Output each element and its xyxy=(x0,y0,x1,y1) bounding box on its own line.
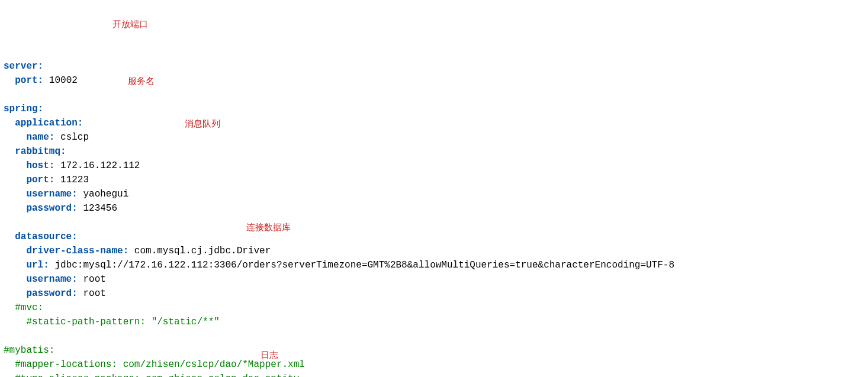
key-ds-pass: password: xyxy=(26,288,77,299)
key-app-name: name: xyxy=(26,132,54,143)
val-driver: com.mysql.cj.jdbc.Driver xyxy=(134,246,271,256)
val-rabbit-host: 172.16.122.112 xyxy=(60,160,140,171)
key-server-port: port: xyxy=(15,75,43,86)
val-server-port: 10002 xyxy=(49,75,78,86)
key-url: url: xyxy=(26,260,49,270)
annotation-connect-db: 连接数据库 xyxy=(246,220,291,234)
key-rabbit-user: username: xyxy=(26,189,77,199)
val-rabbit-port: 11223 xyxy=(60,175,89,185)
yaml-config-code: server: port: 10002 spring: application:… xyxy=(4,59,864,377)
comment-mvc: #mvc: xyxy=(15,302,43,313)
val-url: jdbc:mysql://172.16.122.112:3306/orders?… xyxy=(54,260,674,270)
key-rabbit-pass: password: xyxy=(26,203,77,214)
annotation-message-queue: 消息队列 xyxy=(185,117,220,131)
key-rabbit-host: host: xyxy=(26,160,54,171)
key-datasource: datasource: xyxy=(15,231,78,242)
annotation-log: 日志 xyxy=(261,348,278,362)
key-rabbitmq: rabbitmq: xyxy=(15,146,66,157)
comment-static-path: #static-path-pattern: "/static/**" xyxy=(26,317,219,327)
comment-type-aliases: #type-aliases-package: com.zhisen.cslcp.… xyxy=(15,373,299,377)
annotation-open-port: 开放端口 xyxy=(112,17,148,31)
key-ds-user: username: xyxy=(26,274,77,285)
val-ds-pass: root xyxy=(83,288,105,299)
key-application: application: xyxy=(15,118,83,128)
key-server: server: xyxy=(4,61,43,72)
val-app-name: cslcp xyxy=(60,132,89,143)
key-driver: driver-class-name: xyxy=(26,246,128,256)
comment-mybatis: #mybatis: xyxy=(4,345,54,356)
key-spring: spring: xyxy=(4,104,43,114)
val-ds-user: root xyxy=(83,274,105,285)
val-rabbit-user: yaohegui xyxy=(83,189,128,199)
val-rabbit-pass: 123456 xyxy=(83,203,117,214)
key-rabbit-port: port: xyxy=(26,175,54,185)
annotation-service-name: 服务名 xyxy=(128,74,155,88)
